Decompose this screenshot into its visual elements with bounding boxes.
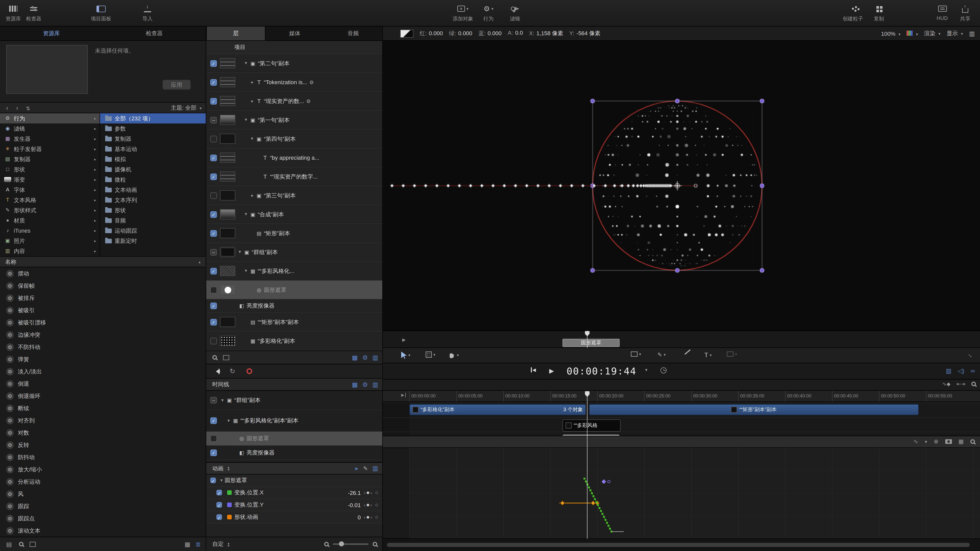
keyframe-nav[interactable]: ‹◆›	[364, 490, 372, 495]
mini-timeline-clip[interactable]: 圆形遮罩	[563, 339, 620, 347]
disclosure-triangle[interactable]: ▸	[226, 418, 231, 424]
parameter-row[interactable]: 变换.位置.X -26.1 ‹◆› ◇	[206, 487, 382, 499]
library-collection-row[interactable]: 参数	[100, 124, 206, 134]
project-pane-button[interactable]: 项目面板	[82, 3, 121, 22]
grid-view-icon[interactable]: ▦	[185, 540, 190, 548]
keyframe-diamond-icon[interactable]: ◇	[375, 515, 378, 519]
library-category-row[interactable]: 形状 ▸	[0, 164, 99, 175]
keyframes-toggle-icon[interactable]: ⚙	[363, 381, 368, 388]
behavior-name-row[interactable]: 反转	[0, 439, 206, 451]
zoom-fit-icon[interactable]: ⇤⇥	[956, 381, 965, 387]
library-category-row[interactable]: 发生器 ▸	[0, 134, 99, 144]
timecode-display[interactable]: 00:00:19:44	[566, 365, 643, 376]
media-stack-icon[interactable]: ▤	[6, 540, 12, 548]
select-cursor-icon[interactable]: ➤	[354, 465, 359, 471]
library-collection-row[interactable]: 音频	[100, 215, 206, 225]
behavior-name-row[interactable]: 倒退	[0, 378, 206, 390]
disclosure-triangle[interactable]: ▸	[220, 397, 225, 403]
layer-row[interactable]: ▸ 圆形遮罩 ⚙	[206, 281, 382, 300]
activation-checkbox[interactable]	[210, 135, 217, 142]
disclosure-triangle[interactable]: ▸	[250, 98, 255, 103]
interpolation-dropdown[interactable]: 自定	[212, 540, 224, 548]
behavior-name-row[interactable]: 跟踪	[0, 500, 206, 512]
view-dropdown[interactable]: 显示 ▾	[947, 30, 963, 37]
share-button[interactable]: 共享	[946, 3, 980, 22]
expand-view-button[interactable]: ↔	[968, 351, 974, 359]
keyframes-toggle-icon[interactable]: ⚙	[363, 354, 368, 361]
behavior-name-row[interactable]: 被吸引	[0, 304, 206, 316]
timecode-dropdown[interactable]: ▾	[645, 367, 648, 372]
library-category-row[interactable]: 字体 ▸	[0, 185, 99, 195]
disclosure-triangle[interactable]: ▸	[244, 211, 249, 217]
activation-checkbox[interactable]	[210, 60, 217, 67]
parameter-group-row[interactable]: ▸ 圆形遮罩	[206, 475, 382, 487]
library-category-row[interactable]: 照片 ▸	[0, 236, 99, 246]
zoom-slider[interactable]	[333, 543, 369, 545]
library-category-row[interactable]: 滤镜 ▸	[0, 124, 99, 134]
parameter-row[interactable]: 变换.位置.Y -0.01 ‹◆› ◇	[206, 499, 382, 511]
disclosure-triangle[interactable]: ▸	[244, 117, 249, 123]
library-collection-row[interactable]: 重新定时	[100, 236, 206, 246]
play-range-icon[interactable]: ▶	[402, 337, 406, 342]
keyframe-snap-icon[interactable]: ∿◆	[942, 381, 950, 387]
behavior-name-row[interactable]: 放大/缩小	[0, 463, 206, 475]
back-arrow-icon[interactable]: ‹	[6, 104, 8, 112]
activation-checkbox[interactable]	[210, 230, 217, 237]
apply-button[interactable]: 应用	[162, 79, 191, 90]
timeline-zoom-icon[interactable]	[971, 382, 976, 386]
library-category-row[interactable]: 粒子发射器 ▸	[0, 144, 99, 154]
activation-checkbox[interactable]	[210, 397, 217, 403]
audio-waveform-icon[interactable]: ∿	[913, 438, 918, 445]
loop-icon[interactable]: ↻	[230, 367, 235, 375]
parameter-checkbox[interactable]	[216, 490, 222, 495]
disclosure-triangle[interactable]: ▸	[250, 193, 255, 198]
pane-toggle-icon[interactable]: ▥	[372, 465, 378, 472]
layer-row[interactable]: ▸ “第四句”副本 ⚙	[206, 130, 382, 148]
theme-dropdown[interactable]: 主题: 全部 ▾	[171, 103, 202, 114]
search-icon[interactable]	[212, 355, 217, 360]
timeline-outline-row[interactable]: ▸ 圆形遮罩	[206, 432, 382, 446]
behavior-name-row[interactable]: 分析运动	[0, 475, 206, 488]
layer-row[interactable]: ▸ 亮度抠像器 ⚙	[206, 300, 382, 313]
timeline-hscrollbar[interactable]	[383, 539, 980, 551]
activation-checkbox[interactable]	[210, 211, 217, 218]
library-category-row[interactable]: 复制器 ▸	[0, 154, 99, 164]
timeline-outline-row[interactable]: ▸ “群组”副本	[206, 391, 382, 410]
library-collection-row[interactable]: 形状	[100, 205, 206, 215]
filter-frame-icon[interactable]	[223, 355, 229, 360]
behavior-name-row[interactable]: 摆动	[0, 267, 206, 279]
activation-checkbox[interactable]	[210, 449, 217, 456]
behavior-name-row[interactable]: 不防抖动	[0, 341, 206, 353]
timeline-bar-group-left[interactable]: “多彩格化”副本 3 个对象	[409, 404, 586, 415]
behavior-name-row[interactable]: 防抖动	[0, 451, 206, 463]
parameter-checkbox[interactable]	[216, 502, 222, 508]
activation-checkbox[interactable]	[210, 249, 217, 256]
tab-library[interactable]: 资源库	[0, 27, 103, 40]
sort-updown-icon[interactable]: ⇅	[26, 106, 30, 111]
library-category-row[interactable]: 行为 ▸	[0, 113, 99, 124]
behavior-name-row[interactable]: 风	[0, 488, 206, 500]
paint-stroke-tool[interactable]	[684, 351, 691, 353]
layer-row[interactable]: ▸ “第一句”副本 ⚙	[206, 111, 382, 130]
library-collection-row[interactable]: 微粒	[100, 175, 206, 185]
library-category-row[interactable]: 形状样式 ▸	[0, 205, 99, 215]
keyframe-diamond-icon[interactable]: ◇	[375, 490, 378, 495]
activation-checkbox[interactable]	[210, 154, 217, 161]
keyframe-nav[interactable]: ‹◆›	[364, 502, 372, 507]
activation-checkbox[interactable]	[210, 435, 217, 442]
activation-checkbox[interactable]	[210, 303, 217, 309]
shape-tool-disabled[interactable]: ▾	[727, 351, 737, 357]
activation-checkbox[interactable]	[210, 98, 217, 104]
layer-row[interactable]: ▸ “Tokenization is... ⚙	[206, 73, 382, 92]
record-icon[interactable]	[247, 368, 252, 374]
layer-row[interactable]: ▸ 项目 ⚙	[206, 41, 382, 54]
tab-audio[interactable]: 音频	[324, 27, 382, 40]
layer-row[interactable]: ▸ “现实资产的数... ⚙	[206, 92, 382, 111]
search-icon[interactable]	[19, 542, 24, 546]
activation-checkbox[interactable]	[210, 319, 217, 325]
pane-toggle-icon[interactable]: ▥	[372, 381, 378, 388]
parameter-value[interactable]: -0.01	[337, 502, 361, 508]
layer-row[interactable]: ▸ ““多彩风格化... ⚙	[206, 262, 382, 281]
keyframe-diamond-icon[interactable]: ◇	[375, 503, 378, 507]
behavior-name-row[interactable]: 保留帧	[0, 279, 206, 292]
